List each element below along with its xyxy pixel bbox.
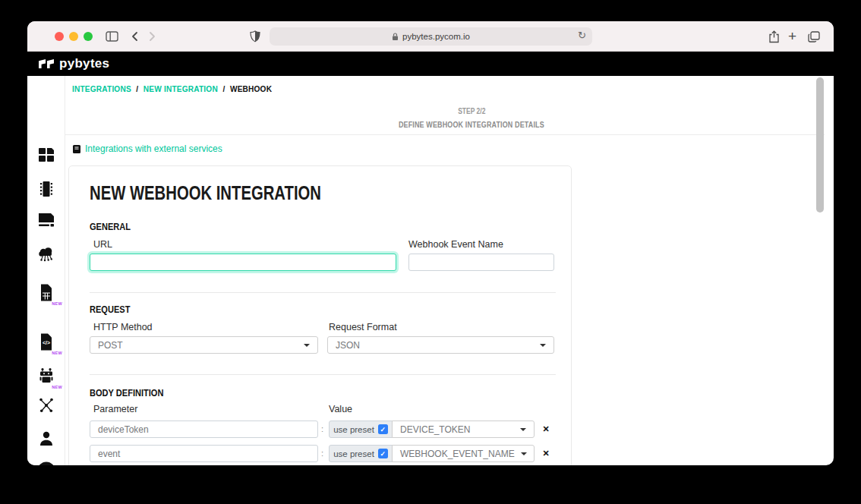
chevron-down-icon [521, 452, 527, 455]
back-icon[interactable] [131, 28, 138, 45]
sidebar-item-devices[interactable] [27, 178, 65, 200]
chevron-down-icon [520, 428, 526, 431]
breadcrumb-new-integration[interactable]: NEW INTEGRATION [144, 84, 218, 93]
sim-new-badge: NEW [52, 301, 62, 306]
share-icon[interactable] [768, 28, 780, 45]
sidebar-item-integrations[interactable] [27, 243, 65, 266]
privacy-shield-icon[interactable] [250, 28, 260, 45]
step-title: DEFINE WEBHOOK INTEGRATION DETAILS [399, 120, 544, 129]
url-label: URL [93, 239, 112, 250]
docs-link[interactable]: Integrations with external services [72, 143, 222, 154]
browser-toolbar: pybytes.pycom.io ↻ + [27, 21, 834, 52]
webhook-event-name-input[interactable] [408, 254, 554, 271]
code-file-icon: </> [39, 332, 54, 351]
use-preset-checkbox[interactable]: ✓ [378, 449, 388, 458]
section-body-heading: BODY DEFINITION [90, 387, 163, 398]
sidebar-item-networks[interactable] [27, 393, 65, 416]
row-colon: : [321, 449, 323, 458]
section-request-heading: REQUEST [90, 304, 130, 315]
browser-window: pybytes.pycom.io ↻ + pybytes NEW [27, 21, 834, 465]
breadcrumb-integrations[interactable]: INTEGRATIONS [72, 84, 131, 93]
lock-icon [392, 33, 399, 41]
pymakr-new-badge: NEW [52, 351, 62, 355]
info-icon [36, 461, 56, 465]
parameter-input[interactable]: event [90, 445, 318, 462]
url-text: pybytes.pycom.io [402, 32, 470, 41]
forward-icon[interactable] [149, 28, 156, 45]
zoom-window-button[interactable] [84, 32, 93, 41]
cloud-network-icon [37, 245, 55, 263]
reload-icon[interactable]: ↻ [578, 30, 586, 41]
remove-row-button[interactable]: ✕ [540, 445, 552, 462]
user-icon [38, 430, 55, 447]
use-preset-group: use preset ✓ [329, 421, 393, 438]
breadcrumb-separator: / [222, 84, 225, 93]
parameter-input[interactable]: deviceToken [90, 421, 318, 438]
network-nodes-icon [37, 395, 55, 414]
scrollbar[interactable] [816, 77, 824, 213]
sidebar: NEW </> NEW NEW [27, 76, 65, 465]
tab-overview-icon[interactable] [808, 28, 820, 45]
request-format-select[interactable]: JSON [327, 336, 554, 354]
breadcrumb-separator: / [136, 84, 138, 93]
sidebar-item-ml[interactable]: NEW [27, 364, 65, 387]
chip-icon [38, 179, 55, 199]
close-window-button[interactable] [55, 32, 64, 41]
parameter-column-header: Parameter [93, 404, 137, 414]
use-preset-group: use preset ✓ [329, 445, 393, 462]
step-count: STEP 2/2 [458, 107, 485, 115]
webhook-form-card: NEW WEBHOOK INTEGRATION GENERAL URL Webh… [68, 165, 572, 465]
sidebar-item-pymakr[interactable]: </> NEW [27, 330, 65, 353]
sidebar-item-gateways[interactable] [27, 209, 65, 232]
dashboard-icon [37, 146, 55, 163]
preset-value-select[interactable]: DEVICE_TOKEN [392, 421, 535, 438]
remove-row-button[interactable]: ✕ [540, 421, 552, 438]
address-bar[interactable]: pybytes.pycom.io ↻ [270, 27, 592, 46]
computer-icon [37, 213, 55, 228]
sidebar-item-account[interactable] [27, 427, 65, 450]
chevron-down-icon [304, 344, 310, 347]
step-indicator: STEP 2/2 DEFINE WEBHOOK INTEGRATION DETA… [301, 103, 642, 131]
chevron-down-icon [540, 344, 546, 347]
page-title: NEW WEBHOOK INTEGRATION [90, 181, 321, 205]
app-header: pybytes [27, 52, 834, 76]
section-general-heading: GENERAL [90, 221, 131, 232]
row-colon: : [321, 424, 323, 433]
robot-icon [37, 367, 55, 385]
minimize-window-button[interactable] [69, 32, 78, 41]
webhook-event-name-label: Webhook Event Name [408, 239, 503, 250]
docs-link-label[interactable]: Integrations with external services [85, 143, 222, 154]
book-icon [72, 144, 81, 154]
ml-new-badge: NEW [52, 385, 62, 389]
sim-card-icon [39, 283, 54, 302]
breadcrumb-webhook: WEBHOOK [230, 84, 272, 93]
use-preset-label: use preset [333, 449, 374, 458]
sidebar-item-sim[interactable]: NEW [27, 281, 65, 304]
http-method-select[interactable]: POST [90, 336, 318, 354]
section-divider [90, 374, 556, 375]
sidebar-item-info[interactable] [27, 459, 65, 465]
use-preset-label: use preset [333, 425, 374, 434]
http-method-label: HTTP Method [93, 322, 153, 332]
use-preset-checkbox[interactable]: ✓ [378, 424, 388, 434]
sidebar-toggle-icon[interactable] [106, 28, 118, 45]
header-divider [65, 134, 825, 135]
new-tab-icon[interactable]: + [788, 28, 796, 45]
breadcrumb: INTEGRATIONS / NEW INTEGRATION / WEBHOOK [72, 84, 272, 93]
svg-text:</>: </> [43, 340, 50, 345]
request-format-label: Request Format [329, 322, 397, 332]
section-divider [90, 292, 556, 293]
value-column-header: Value [329, 404, 352, 414]
sidebar-item-dashboard[interactable] [27, 143, 65, 166]
url-input[interactable] [90, 254, 396, 271]
app-logo-text[interactable]: pybytes [59, 56, 109, 71]
preset-value-select[interactable]: WEBHOOK_EVENT_NAME [392, 445, 535, 462]
pycom-logo-icon[interactable] [39, 59, 54, 68]
